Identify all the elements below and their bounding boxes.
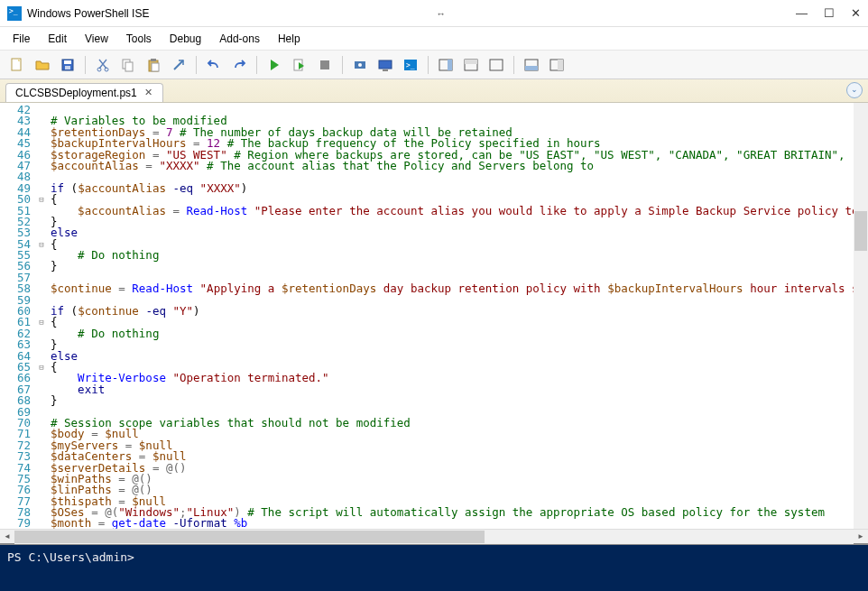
app-icon (7, 6, 22, 21)
svg-rect-3 (65, 66, 70, 69)
copy-icon[interactable] (116, 53, 140, 77)
svg-rect-15 (379, 60, 392, 69)
new-icon[interactable] (5, 53, 29, 77)
fold-gutter[interactable]: ⊟⊟⊟⊟ (36, 103, 47, 529)
svg-rect-23 (490, 60, 503, 70)
menu-tools[interactable]: Tools (119, 30, 159, 48)
scroll-thumb[interactable] (14, 531, 485, 543)
breakpoint-icon[interactable] (348, 53, 372, 77)
tab-label: CLCSBSDeployment.ps1 (15, 87, 137, 99)
remote-icon[interactable] (374, 53, 397, 77)
minimize-button[interactable]: — (796, 6, 808, 20)
scroll-right-icon[interactable]: ► (854, 530, 868, 544)
svg-text:>_: >_ (406, 61, 415, 69)
separator (85, 56, 86, 74)
menu-edit[interactable]: Edit (41, 30, 74, 48)
stop-icon[interactable] (313, 53, 337, 77)
separator (428, 56, 429, 74)
maximize-button[interactable]: ☐ (824, 6, 835, 20)
separator (513, 56, 514, 74)
tab-bar: CLCSBSDeployment.ps1 ✕ ⌄ (0, 79, 868, 103)
pane-right-icon[interactable] (434, 53, 457, 77)
paste-icon[interactable] (142, 53, 165, 77)
svg-rect-20 (448, 60, 452, 70)
vertical-scrollbar[interactable] (854, 103, 868, 529)
cut-icon[interactable] (91, 53, 115, 77)
resize-arrows-icon: ↔ (436, 8, 446, 19)
menu-addons[interactable]: Add-ons (212, 30, 267, 48)
close-button[interactable]: ✕ (851, 6, 861, 20)
svg-rect-16 (383, 69, 388, 71)
undo-icon[interactable] (202, 53, 226, 77)
menubar: File Edit View Tools Debug Add-ons Help (0, 27, 868, 51)
svg-rect-2 (64, 60, 71, 64)
scroll-left-icon[interactable]: ◄ (0, 530, 14, 544)
code-area[interactable]: # Variables to be modified$retentionDays… (47, 103, 868, 529)
svg-rect-9 (151, 59, 156, 61)
titlebar: Windows PowerShell ISE ↔ — ☐ ✕ (0, 0, 868, 27)
code-editor[interactable]: 4243444546474849505152535455565758596061… (0, 103, 868, 529)
separator (342, 56, 343, 74)
command-pane-icon[interactable] (520, 53, 543, 77)
menu-view[interactable]: View (78, 30, 115, 48)
menu-help[interactable]: Help (271, 30, 308, 48)
scroll-track[interactable] (14, 530, 854, 544)
horizontal-scrollbar[interactable]: ◄ ► (0, 529, 868, 543)
window-title: Windows PowerShell ISE (27, 7, 149, 20)
console-pane[interactable]: PS C:\Users\admin> (0, 543, 868, 591)
separator (196, 56, 197, 74)
svg-rect-12 (320, 60, 329, 69)
scroll-thumb[interactable] (854, 211, 867, 251)
clear-icon[interactable] (167, 53, 190, 77)
svg-rect-7 (125, 62, 133, 71)
svg-rect-25 (525, 66, 538, 70)
save-icon[interactable] (56, 53, 79, 77)
pane-max-icon[interactable] (485, 53, 508, 77)
redo-icon[interactable] (227, 53, 251, 77)
window-controls: — ☐ ✕ (796, 6, 861, 20)
menu-file[interactable]: File (5, 30, 37, 48)
open-icon[interactable] (31, 53, 54, 77)
run-selection-icon[interactable] (288, 53, 311, 77)
svg-rect-10 (152, 63, 159, 71)
svg-rect-27 (558, 60, 563, 70)
run-icon[interactable] (263, 53, 286, 77)
menu-debug[interactable]: Debug (162, 30, 208, 48)
powershell-icon[interactable]: >_ (399, 53, 422, 77)
command-addon-icon[interactable] (545, 53, 568, 77)
pane-top-icon[interactable] (459, 53, 483, 77)
toolbar: >_ (0, 51, 868, 79)
tab-file[interactable]: CLCSBSDeployment.ps1 ✕ (5, 83, 163, 102)
tab-dropdown-icon[interactable]: ⌄ (846, 82, 863, 98)
line-gutter: 4243444546474849505152535455565758596061… (0, 103, 36, 529)
svg-point-14 (358, 63, 362, 67)
tab-close-icon[interactable]: ✕ (143, 87, 155, 99)
svg-rect-22 (465, 60, 477, 64)
separator (256, 56, 257, 74)
console-prompt: PS C:\Users\admin> (7, 550, 134, 564)
